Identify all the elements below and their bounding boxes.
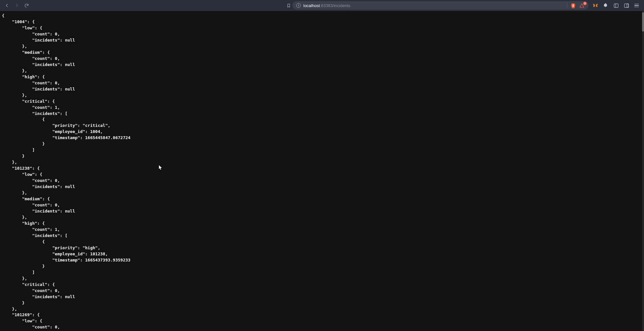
scrollbar-thumb[interactable]: [642, 12, 644, 32]
svg-rect-4: [627, 4, 628, 7]
omnibox-container: i localhost:63383/incidents 3: [33, 1, 589, 10]
url-text: localhost:63383/incidents: [303, 3, 350, 8]
brave-shields-icon[interactable]: [571, 3, 576, 8]
reload-button[interactable]: [24, 3, 29, 8]
nav-button-group: [5, 3, 29, 8]
svg-rect-1: [614, 4, 618, 7]
svg-rect-3: [624, 4, 629, 7]
forward-button[interactable]: [14, 3, 19, 8]
wallet-panel-icon[interactable]: [623, 3, 629, 8]
json-response-body: { "1004": { "low": { "count": 0, "incide…: [0, 11, 644, 331]
page-viewport[interactable]: { "1004": { "low": { "count": 0, "incide…: [0, 11, 644, 331]
scrollbar-track[interactable]: [642, 11, 644, 331]
omnibox-divider: [567, 3, 567, 8]
back-button[interactable]: [5, 3, 10, 8]
omnibox-right-icons: 3: [567, 3, 585, 8]
extensions-icon[interactable]: [603, 3, 609, 8]
rewards-badge-count: 3: [583, 2, 587, 5]
toolbar-right-group: [592, 3, 639, 8]
sidebar-toggle-icon[interactable]: [613, 3, 619, 8]
app-menu-icon[interactable]: [634, 3, 639, 8]
browser-toolbar: i localhost:63383/incidents 3: [0, 0, 644, 11]
address-bar[interactable]: i localhost:63383/incidents 3: [292, 1, 589, 10]
site-info-icon[interactable]: i: [296, 3, 301, 8]
bookmark-icon[interactable]: [286, 3, 291, 8]
brave-rewards-icon[interactable]: 3: [579, 3, 585, 8]
metamask-extension-icon[interactable]: [592, 3, 598, 8]
